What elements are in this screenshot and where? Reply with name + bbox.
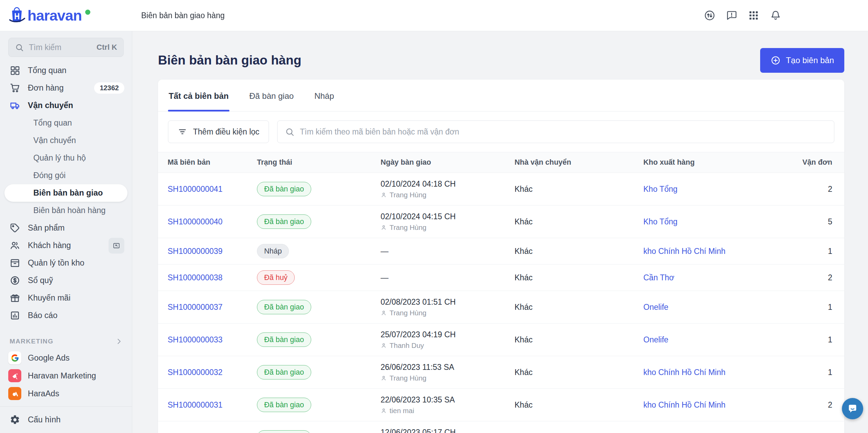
gift-icon: [10, 293, 20, 303]
customers-popout-button[interactable]: [109, 238, 124, 254]
table-row[interactable]: SH1000000030 Đã bàn giao 12/06/2023 05:1…: [158, 421, 844, 433]
sidebar-item-cashbook[interactable]: Sổ quỹ: [0, 272, 132, 289]
table-row[interactable]: SH1000000032 Đã bàn giao 26/06/2023 11:5…: [158, 356, 844, 389]
handover-date: 25/07/2023 04:19 CH: [381, 329, 515, 340]
marketing-section-header[interactable]: MARKETING: [0, 334, 132, 349]
record-code-link[interactable]: SH1000000040: [168, 217, 223, 226]
warehouse-link[interactable]: Onelife: [643, 335, 668, 344]
haravan-bag-icon: [8, 6, 26, 25]
cart-icon: [10, 83, 20, 93]
column-header-date: Ngày bàn giao: [381, 152, 515, 173]
warehouse-link[interactable]: Kho Tổng: [643, 185, 677, 194]
carrier-name: Khác: [515, 247, 532, 256]
status-badge: Nháp: [257, 244, 289, 258]
sidebar-search[interactable]: Tìm kiếm Ctrl K: [8, 38, 124, 57]
handover-date: 02/08/2023 01:51 CH: [381, 297, 515, 307]
sidebar-item-reports[interactable]: Báo cáo: [0, 307, 132, 324]
record-code-link[interactable]: SH1000000041: [168, 185, 223, 194]
warehouse-link[interactable]: Kho Tổng: [643, 217, 677, 226]
sidebar-subitem-shipping-overview[interactable]: Tổng quan: [0, 114, 132, 132]
record-code-link[interactable]: SH1000000031: [168, 400, 223, 409]
warehouse-link[interactable]: Onelife: [643, 303, 668, 312]
apps-grid-icon[interactable]: [748, 10, 759, 21]
sidebar-subitem-packing[interactable]: Đóng gói: [0, 167, 132, 184]
status-badge: Đã bàn giao: [257, 398, 311, 412]
record-code-link[interactable]: SH1000000038: [168, 273, 223, 282]
table-row[interactable]: SH1000000033 Đã bàn giao 25/07/2023 04:1…: [158, 324, 844, 356]
tab-draft[interactable]: Nháp: [314, 80, 335, 111]
table-row[interactable]: SH1000000039 Nháp — Khác kho Chính Hồ Ch…: [158, 238, 844, 265]
table-row[interactable]: SH1000000040 Đã bàn giao 02/10/2024 04:1…: [158, 206, 844, 238]
column-header-orders: Vận đơn: [790, 152, 844, 173]
tab-all-records[interactable]: Tất cả biên bản: [168, 80, 229, 111]
sidebar-item-promotions[interactable]: Khuyến mãi: [0, 289, 132, 307]
handover-records-table: Mã biên bản Trạng thái Ngày bàn giao Nhà…: [158, 152, 844, 433]
carrier-name: Khác: [515, 273, 532, 282]
sidebar-item-shipping[interactable]: Vận chuyển: [0, 97, 132, 114]
shipment-count: 1: [790, 356, 844, 389]
person-icon: [381, 224, 387, 231]
sidebar-subitem-cod-management[interactable]: Quản lý thu hộ: [0, 149, 132, 167]
sidebar-item-haravan-marketing[interactable]: Haravan Marketing: [0, 367, 132, 385]
sidebar-search-shortcut: Ctrl K: [97, 43, 117, 52]
warehouse-link[interactable]: kho Chính Hồ Chí Minh: [643, 400, 725, 409]
shipment-count: 2: [790, 173, 844, 206]
sidebar-item-overview[interactable]: Tổng quan: [0, 62, 132, 79]
sidebar-item-settings[interactable]: Cấu hình: [0, 411, 132, 429]
online-status-dot: [85, 10, 90, 15]
sidebar: Tìm kiếm Ctrl K Tổng quan Đơn hàng 12362…: [0, 31, 132, 433]
record-code-link[interactable]: SH1000000033: [168, 335, 223, 344]
search-icon: [285, 127, 295, 137]
sidebar-item-google-ads[interactable]: Google Ads: [0, 349, 132, 367]
chat-widget-button[interactable]: [842, 398, 863, 419]
record-code-link[interactable]: SH1000000032: [168, 368, 223, 377]
notifications-bell-icon[interactable]: [770, 10, 781, 21]
haravan-wordmark: haravan: [27, 7, 82, 24]
handover-date: 12/06/2023 05:17 CH: [381, 427, 515, 433]
sidebar-subitem-shipping[interactable]: Vận chuyển: [0, 132, 132, 149]
record-code-link[interactable]: SH1000000039: [168, 247, 223, 256]
sidebar-item-orders[interactable]: Đơn hàng 12362: [0, 79, 132, 97]
shipment-count: 1: [790, 421, 844, 433]
table-search-box[interactable]: [277, 120, 834, 143]
status-badge: Đã bàn giao: [257, 182, 311, 196]
sidebar-item-haraads[interactable]: HaraAds: [0, 385, 132, 402]
table-search-input[interactable]: [300, 127, 827, 137]
warehouse-link[interactable]: kho Chính Hồ Chí Minh: [643, 368, 725, 377]
carrier-name: Khác: [515, 335, 532, 344]
logo[interactable]: haravan: [0, 6, 132, 25]
handover-person: Trang Hùng: [381, 374, 515, 383]
person-icon: [381, 192, 387, 198]
warehouse-link[interactable]: kho Chính Hồ Chí Minh: [643, 247, 725, 256]
sidebar-item-products[interactable]: Sản phẩm: [0, 219, 132, 237]
column-header-carrier: Nhà vận chuyển: [515, 152, 643, 173]
table-row[interactable]: SH1000000041 Đã bàn giao 02/10/2024 04:1…: [158, 173, 844, 206]
feedback-icon[interactable]: [726, 10, 737, 21]
sidebar-item-inventory[interactable]: Quản lý tồn kho: [0, 254, 132, 272]
tab-bar: Tất cả biên bản Đã bàn giao Nháp: [158, 80, 844, 112]
table-row[interactable]: SH1000000031 Đã bàn giao 22/06/2023 10:3…: [158, 389, 844, 421]
handover-date: 02/10/2024 04:18 CH: [381, 179, 515, 189]
status-badge: Đã bàn giao: [257, 332, 311, 347]
table-row[interactable]: SH1000000038 Đã huỷ — Khác Cần Thơ 2: [158, 265, 844, 291]
dashboard-icon: [10, 65, 20, 76]
status-badge: Đã huỷ: [257, 270, 295, 285]
handover-date: 02/10/2024 04:15 CH: [381, 211, 515, 222]
sidebar-subitem-handover-records[interactable]: Biên bản bàn giao: [4, 184, 127, 202]
column-header-warehouse: Kho xuất hàng: [643, 152, 790, 173]
table-row[interactable]: SH1000000037 Đã bàn giao 02/08/2023 01:5…: [158, 291, 844, 324]
tag-icon: [10, 223, 20, 233]
add-filter-button[interactable]: Thêm điều kiện lọc: [168, 120, 269, 143]
create-record-button[interactable]: Tạo biên bản: [760, 48, 844, 73]
sidebar-item-customers[interactable]: Khách hàng: [0, 237, 132, 254]
bar-chart-icon: [10, 310, 20, 321]
warehouse-link[interactable]: Cần Thơ: [643, 273, 674, 282]
sidebar-subitem-return-records[interactable]: Biên bản hoàn hàng: [0, 202, 132, 219]
handover-person: Thanh Duy: [381, 341, 515, 350]
tab-delivered[interactable]: Đã bàn giao: [249, 80, 294, 111]
inventory-box-icon: [10, 258, 20, 268]
sync-icon[interactable]: [704, 10, 715, 21]
person-icon: [381, 342, 387, 349]
record-code-link[interactable]: SH1000000037: [168, 303, 223, 312]
carrier-name: Khác: [515, 185, 532, 194]
